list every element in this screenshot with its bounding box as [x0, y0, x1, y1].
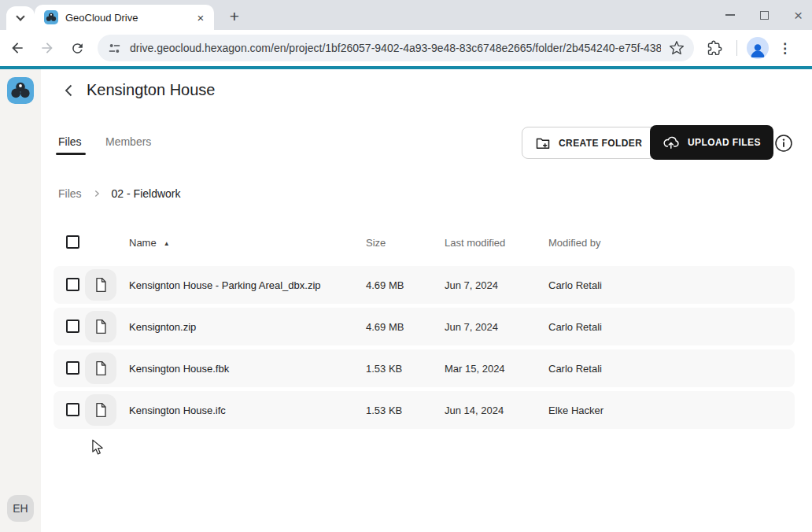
table-row[interactable]: Kensington House.ifc 1.53 KB Jun 14, 202…: [54, 391, 795, 429]
geocloud-favicon-icon: [44, 10, 58, 24]
window-controls: ×: [725, 0, 803, 30]
back-arrow-icon: [9, 40, 25, 56]
chevron-down-icon: [16, 12, 24, 20]
window-maximize-icon[interactable]: [760, 11, 769, 20]
row-checkbox[interactable]: [66, 320, 79, 333]
mouse-cursor: [91, 439, 104, 455]
puzzle-icon: [707, 40, 722, 56]
document-icon: [92, 401, 109, 419]
browser-tab[interactable]: GeoCloud Drive ×: [35, 5, 214, 30]
browser-toolbar: drive.geocloud.hexagon.com/en/project/1b…: [0, 30, 812, 66]
site-settings-icon[interactable]: [107, 41, 122, 56]
column-header-modified-by[interactable]: Modified by: [548, 237, 600, 249]
file-last-modified: Jun 7, 2024: [445, 321, 498, 333]
back-button[interactable]: [5, 35, 30, 61]
folder-plus-icon: [535, 135, 551, 151]
file-last-modified: Jun 14, 2024: [445, 405, 504, 416]
upload-files-button[interactable]: UPLOAD FILES: [650, 125, 773, 160]
geocloud-logo-icon[interactable]: [7, 77, 34, 104]
table-row[interactable]: Kensington House.fbk 1.53 KB Mar 15, 202…: [54, 349, 795, 387]
breadcrumb-current-folder: 02 - Fieldwork: [112, 187, 181, 200]
reload-icon: [70, 41, 85, 56]
address-bar[interactable]: drive.geocloud.hexagon.com/en/project/1b…: [98, 35, 694, 61]
table-row[interactable]: Kensignton House - Parking Areal_dbx.zip…: [54, 266, 795, 304]
browser-menu-button[interactable]: ⋮: [778, 40, 792, 57]
bookmark-star-icon[interactable]: [669, 40, 685, 56]
info-icon[interactable]: [774, 134, 793, 153]
file-modified-by: Carlo Retali: [548, 321, 602, 333]
table-row[interactable]: Kensignton.zip 4.69 MB Jun 7, 2024 Carlo…: [54, 308, 795, 345]
file-last-modified: Mar 15, 2024: [445, 363, 505, 375]
forward-button[interactable]: [35, 35, 60, 61]
person-icon: [748, 40, 767, 59]
tab-members[interactable]: Members: [105, 135, 151, 148]
file-name[interactable]: Kensignton House - Parking Areal_dbx.zip: [129, 279, 321, 291]
file-name[interactable]: Kensignton.zip: [129, 321, 196, 333]
file-list: Kensignton House - Parking Areal_dbx.zip…: [54, 266, 795, 433]
tab-close-icon[interactable]: ×: [194, 10, 208, 24]
cloud-upload-icon: [663, 134, 680, 151]
document-icon: [92, 276, 109, 294]
column-header-size[interactable]: Size: [366, 237, 386, 249]
file-icon-container: [85, 394, 116, 426]
file-name[interactable]: Kensington House.fbk: [129, 363, 229, 375]
active-tab-indicator: [56, 153, 86, 155]
tab-files[interactable]: Files: [58, 135, 82, 148]
file-modified-by: Carlo Retali: [548, 279, 602, 291]
toolbar-divider: [736, 40, 737, 56]
reload-button[interactable]: [65, 35, 90, 61]
file-size: 1.53 KB: [366, 363, 402, 375]
browser-titlebar: GeoCloud Drive × + ×: [0, 0, 812, 30]
document-icon: [92, 318, 109, 335]
file-size: 1.53 KB: [366, 405, 402, 416]
new-tab-button[interactable]: +: [223, 5, 246, 28]
page-title: Kensington House: [87, 81, 215, 99]
window-minimize-icon[interactable]: [725, 14, 735, 16]
file-icon-container: [85, 269, 116, 301]
breadcrumb-chevron-icon: [92, 189, 102, 198]
extensions-button[interactable]: [702, 35, 727, 61]
file-icon-container: [85, 353, 116, 384]
row-checkbox[interactable]: [66, 361, 79, 375]
file-size: 4.69 MB: [366, 321, 404, 333]
sort-asc-icon[interactable]: ▲: [164, 240, 170, 247]
file-modified-by: Elke Hacker: [548, 405, 603, 416]
document-icon: [92, 360, 109, 377]
breadcrumb-files[interactable]: Files: [58, 187, 82, 200]
select-all-checkbox[interactable]: [66, 235, 79, 249]
file-size: 4.69 MB: [366, 279, 404, 291]
create-folder-button[interactable]: CREATE FOLDER: [522, 127, 655, 159]
url-text[interactable]: drive.geocloud.hexagon.com/en/project/1b…: [130, 42, 661, 54]
geocloud-drive-app: EH Kensington House Files Members CREATE…: [0, 69, 812, 532]
window-close-icon[interactable]: ×: [794, 8, 803, 23]
file-last-modified: Jun 7, 2024: [445, 279, 498, 291]
file-name[interactable]: Kensington House.ifc: [129, 405, 226, 416]
file-modified-by: Carlo Retali: [548, 363, 602, 375]
column-header-name[interactable]: Name▲: [129, 237, 170, 249]
breadcrumb: Files 02 - Fieldwork: [58, 187, 180, 200]
tab-title: GeoCloud Drive: [65, 12, 186, 24]
browser-profile-button[interactable]: [747, 37, 769, 59]
user-avatar[interactable]: EH: [7, 495, 34, 522]
page-back-button[interactable]: [61, 83, 77, 98]
app-sidebar: EH: [0, 69, 41, 532]
file-icon-container: [85, 311, 116, 342]
row-checkbox[interactable]: [66, 278, 79, 291]
forward-arrow-icon: [39, 40, 55, 56]
row-checkbox[interactable]: [66, 403, 79, 416]
table-header: Name▲ Size Last modified Modified by: [0, 235, 812, 251]
upload-files-label: UPLOAD FILES: [688, 137, 761, 148]
tab-search-button[interactable]: [6, 6, 35, 30]
create-folder-label: CREATE FOLDER: [559, 138, 642, 149]
column-header-last-modified[interactable]: Last modified: [445, 237, 505, 249]
